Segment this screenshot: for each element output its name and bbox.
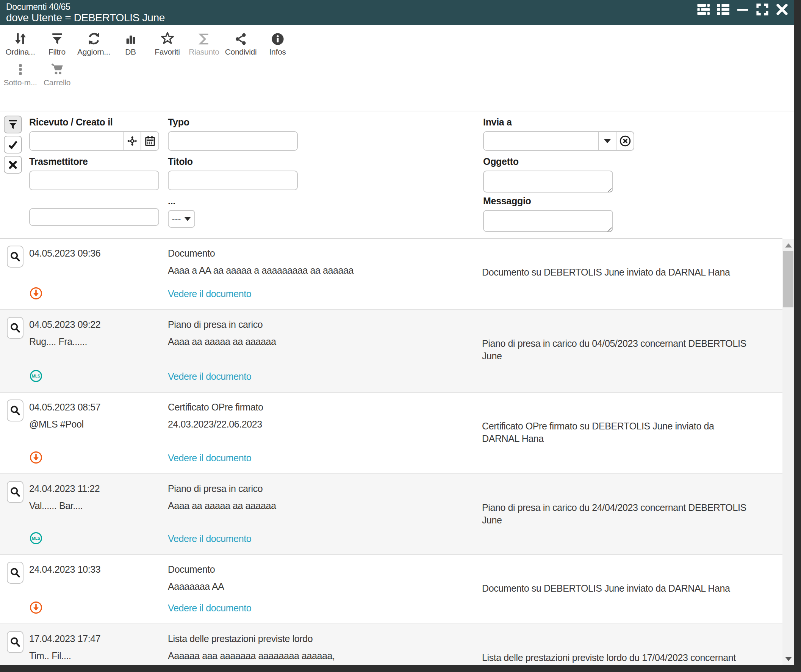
row-sender: Val...... Bar.... (29, 500, 83, 512)
sort-icon (14, 30, 27, 45)
row-type: Documento (168, 248, 215, 259)
typo-input[interactable] (168, 131, 298, 151)
row-title: Aaaa aa aaaaa aa aaaaaa (168, 500, 276, 512)
more-label: ... (168, 196, 195, 206)
row-title: Aaaa a AA aa aaaaa a aaaaaaaaa aa aaaaaa (168, 265, 354, 276)
filter-icon (8, 119, 18, 130)
favorites-button[interactable]: Favoriti (149, 30, 186, 56)
chevron-down-icon[interactable] (598, 132, 616, 150)
row-magnifier-button[interactable] (7, 631, 24, 653)
more-select[interactable]: --- (168, 210, 195, 228)
row-date: 04.05.2023 08:57 (29, 402, 100, 413)
kebab-icon (14, 61, 27, 76)
view-rows-icon[interactable] (696, 3, 710, 16)
window-title: Documenti 40/65 (6, 2, 70, 12)
row-summary: Piano di presa in carico du 24/04/2023 c… (482, 474, 782, 554)
refresh-button[interactable]: Aggiorn... (76, 30, 112, 56)
star-icon (161, 30, 174, 45)
svg-text:MLS: MLS (32, 536, 40, 540)
row-date: 24.04.2023 11:22 (29, 483, 100, 494)
sort-button[interactable]: Ordina... (2, 30, 39, 56)
cart-icon (50, 61, 64, 76)
view-document-link[interactable]: Vedere il documento (168, 288, 251, 300)
apply-filter-button[interactable] (4, 136, 22, 153)
row-type: Documento (168, 564, 215, 575)
view-document-link[interactable]: Vedere il documento (168, 603, 251, 614)
share-icon (235, 30, 248, 45)
filter-toggle-button[interactable] (4, 116, 22, 134)
share-button[interactable]: Condividi (222, 30, 259, 56)
trasmettitore-label: Trasmettitore (29, 156, 159, 167)
chevron-down-icon (184, 217, 191, 221)
row-summary: Documento su DEBERTOLIS June inviato da … (482, 239, 782, 309)
oggetto-label: Oggetto (483, 156, 613, 167)
cart-button[interactable]: Carrello (39, 61, 76, 87)
trasmettitore-extra-input[interactable] (29, 208, 159, 226)
row-date: 04.05.2023 09:22 (29, 319, 100, 330)
clear-filter-button[interactable] (4, 156, 22, 174)
svg-text:MLS: MLS (32, 374, 40, 378)
download-icon[interactable] (29, 287, 43, 300)
minimize-icon[interactable] (736, 3, 750, 16)
filter-button[interactable]: Filtro (39, 30, 76, 56)
scroll-up-icon[interactable] (782, 240, 794, 251)
app-window: Documenti 40/65 dove Utente = DEBERTOLIS… (0, 0, 794, 665)
db-button[interactable]: DB (112, 30, 149, 56)
sigma-icon (198, 30, 211, 45)
table-row: 17.04.2023 17:47 Tim.. Fil.... Lista del… (0, 624, 782, 665)
x-icon (8, 160, 18, 170)
scroll-down-icon[interactable] (782, 653, 794, 664)
summary-button[interactable]: Riasunto (186, 30, 222, 56)
infos-button[interactable]: Infos (259, 30, 296, 56)
row-magnifier-button[interactable] (7, 562, 24, 584)
row-type: Piano di presa in carico (168, 483, 262, 494)
table-row: 04.05.2023 09:36 Documento Aaaa a AA aa … (0, 239, 782, 310)
magnifier-icon (10, 251, 21, 262)
scrollbar-thumb[interactable] (783, 251, 793, 308)
view-document-link[interactable]: Vedere il documento (168, 371, 251, 382)
row-title: Aaaaaa aaa aaaaaaa aaaaaaaa aaaaaa, (168, 650, 335, 662)
row-summary: Certificato OPre firmato su DEBERTOLIS J… (482, 393, 782, 474)
trasmettitore-input[interactable] (29, 171, 159, 190)
table-row: 04.05.2023 08:57 @MLS #Pool Certificato … (0, 393, 782, 474)
view-document-link[interactable]: Vedere il documento (168, 453, 251, 464)
row-date: 24.04.2023 10:33 (29, 564, 100, 575)
row-summary: Lista delle prestazioni previste lordo d… (482, 624, 782, 665)
refresh-icon (87, 30, 101, 45)
invia-input[interactable] (484, 132, 598, 150)
row-summary: Piano di presa in carico du 04/05/2023 c… (482, 310, 782, 392)
row-magnifier-button[interactable] (7, 246, 24, 268)
received-date-input[interactable] (30, 132, 123, 150)
titolo-label: Titolo (168, 156, 298, 167)
row-type: Certificato OPre firmato (168, 402, 263, 413)
window-subtitle: dove Utente = DEBERTOLIS June (6, 12, 165, 24)
vertical-scrollbar[interactable] (782, 239, 794, 665)
view-list-icon[interactable] (716, 3, 730, 16)
row-magnifier-button[interactable] (7, 317, 24, 339)
bar-chart-icon (124, 30, 137, 45)
row-date: 17.04.2023 17:47 (29, 633, 100, 644)
titolo-input[interactable] (168, 171, 298, 190)
download-icon[interactable] (29, 601, 43, 614)
row-type: Lista delle prestazioni previste lordo (168, 633, 313, 644)
row-magnifier-button[interactable] (7, 400, 24, 421)
invia-clear-button[interactable] (616, 131, 634, 151)
document-list: 04.05.2023 09:36 Documento Aaaa a AA aa … (0, 238, 782, 665)
typo-label: Typo (168, 117, 298, 128)
row-sender: Rug.... Fra...... (29, 336, 87, 348)
calendar-icon[interactable] (141, 132, 158, 150)
mls-badge: MLS (29, 369, 43, 383)
filter-icon (51, 30, 64, 45)
oggetto-textarea[interactable] (483, 171, 613, 193)
move-icon[interactable] (123, 132, 141, 150)
table-row: 24.04.2023 11:22 Val...... Bar.... MLS P… (0, 474, 782, 555)
view-document-link[interactable]: Vedere il documento (168, 533, 251, 544)
messaggio-textarea[interactable] (483, 210, 613, 232)
download-icon[interactable] (29, 451, 43, 464)
close-icon[interactable] (775, 3, 789, 16)
row-magnifier-button[interactable] (7, 481, 24, 503)
row-title: Aaaa aa aaaaa aa aaaaaa (168, 336, 276, 348)
maximize-icon[interactable] (756, 3, 769, 16)
check-icon (8, 140, 18, 150)
submenu-button[interactable]: Sotto-m... (2, 61, 39, 87)
